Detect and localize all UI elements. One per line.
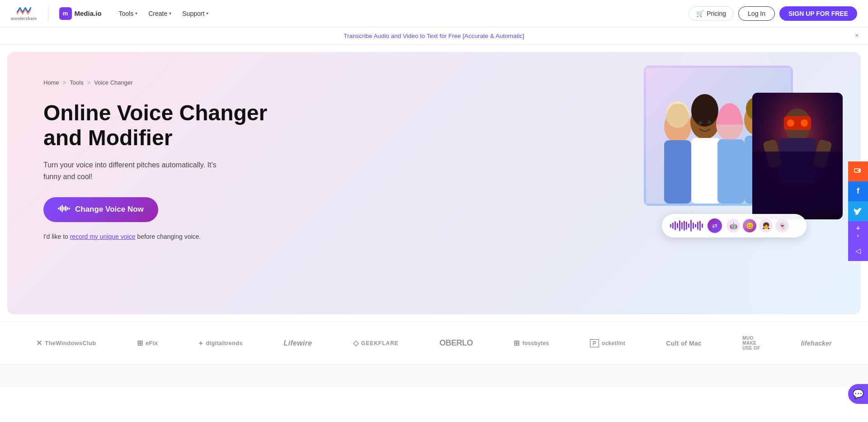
create-menu[interactable]: Create ▾ bbox=[144, 7, 176, 20]
breadcrumb-tools[interactable]: Tools bbox=[70, 79, 83, 86]
wave-bars bbox=[670, 220, 703, 232]
hero-title: Online Voice Changer and Modifier bbox=[43, 100, 269, 150]
hero-subtitle: Turn your voice into different pitches a… bbox=[43, 159, 233, 182]
wave-bar-15 bbox=[702, 223, 703, 228]
signup-button[interactable]: SIGN UP FOR FREE bbox=[779, 6, 857, 21]
brand-oberlo: OBERLO bbox=[439, 338, 473, 348]
change-voice-button[interactable]: Change Voice Now bbox=[43, 197, 158, 222]
wave-bar-2 bbox=[672, 223, 674, 229]
expand-social-button[interactable]: ◁ bbox=[848, 241, 868, 261]
brand-label-pl: P bbox=[590, 339, 599, 347]
brand-label-cm: Cult of Mac bbox=[666, 340, 702, 347]
tools-menu[interactable]: Tools ▾ bbox=[114, 7, 142, 20]
brand-icon-gf: ◇ bbox=[353, 339, 359, 347]
brand-fossbytes: ⊞ fossbytes bbox=[514, 339, 549, 347]
banner-close-button[interactable]: × bbox=[855, 32, 859, 40]
secondary-inner bbox=[752, 93, 843, 219]
wave-bar-4 bbox=[677, 223, 678, 228]
wondershare-brand: wondershare bbox=[11, 6, 37, 21]
facebook-button[interactable]: f bbox=[848, 181, 868, 201]
banner-text[interactable]: Transcribe Audio and Video to Text for F… bbox=[344, 33, 524, 39]
waveform-icon bbox=[58, 204, 71, 215]
svg-point-19 bbox=[698, 121, 702, 125]
svg-point-11 bbox=[691, 94, 718, 127]
social-share-button[interactable] bbox=[848, 161, 868, 181]
brand-label-efix: eFix bbox=[146, 340, 158, 346]
media-io-icon: m bbox=[59, 7, 72, 20]
svg-rect-0 bbox=[58, 208, 59, 209]
wave-bar-3 bbox=[675, 221, 676, 230]
brand-thewindowsclub: ✕ TheWindowsClub bbox=[36, 339, 96, 347]
pricing-button[interactable]: 🛒 Pricing bbox=[689, 6, 734, 21]
brand-icon-dt: + bbox=[199, 339, 203, 347]
wave-bar-7 bbox=[684, 221, 685, 231]
svg-point-27 bbox=[801, 119, 808, 127]
svg-point-20 bbox=[708, 120, 711, 124]
support-chevron: ▾ bbox=[206, 11, 208, 16]
breadcrumb-sep-2: > bbox=[87, 79, 91, 86]
brand-efix: ⊞ eFix bbox=[137, 339, 158, 347]
brand-label-gf: GEEKFLARE bbox=[361, 340, 399, 346]
svg-rect-31 bbox=[752, 152, 843, 210]
secondary-photo bbox=[752, 93, 843, 219]
wondershare-text: wondershare bbox=[11, 16, 37, 21]
voice-control-bar: ⇄ 🤖 😊 👧 👻 bbox=[662, 214, 807, 237]
voice-icon-girl[interactable]: 👧 bbox=[759, 219, 773, 232]
voice-icon-ghost[interactable]: 👻 bbox=[775, 219, 789, 232]
plus-icon: + bbox=[856, 224, 861, 233]
voice-icons: 🤖 😊 👧 👻 bbox=[726, 219, 789, 232]
brand-icon-windows: ✕ bbox=[36, 339, 42, 347]
navbar: wondershare m Media.io Tools ▾ Create ▾ … bbox=[0, 0, 868, 27]
media-io-logo[interactable]: m Media.io bbox=[59, 7, 102, 20]
wave-bar-12 bbox=[695, 224, 696, 228]
support-label: Support bbox=[182, 10, 204, 17]
hero-section: Home > Tools > Voice Changer Online Voic… bbox=[7, 52, 861, 314]
brand-cultofmac: Cult of Mac bbox=[666, 340, 702, 347]
brand-geekflare: ◇ GEEKFLARE bbox=[353, 339, 399, 347]
voice-icon-robot[interactable]: 🤖 bbox=[726, 219, 740, 232]
wave-bar-13 bbox=[697, 222, 698, 230]
brand-label-lh: lifehacker bbox=[801, 340, 832, 347]
hero-content: Home > Tools > Voice Changer Online Voic… bbox=[43, 70, 278, 240]
voice-icon-smile[interactable]: 😊 bbox=[743, 219, 756, 232]
brand-lifewire: Lifewire bbox=[283, 339, 312, 347]
breadcrumb-home[interactable]: Home bbox=[43, 79, 59, 86]
breadcrumb: Home > Tools > Voice Changer bbox=[43, 79, 278, 86]
breadcrumb-sep-1: > bbox=[63, 79, 66, 86]
social-plus-button[interactable]: + 0 bbox=[848, 221, 868, 241]
svg-rect-6 bbox=[69, 208, 70, 209]
support-menu[interactable]: Support ▾ bbox=[178, 7, 213, 20]
brand-label-dt: digitaltrends bbox=[206, 340, 243, 346]
record-prefix: I'd like to bbox=[43, 233, 70, 240]
brand-icon-efix: ⊞ bbox=[137, 339, 143, 347]
wave-bar-11 bbox=[693, 223, 694, 229]
brand-label-pl2: ocketlint bbox=[602, 340, 625, 346]
wondershare-icon bbox=[16, 6, 32, 16]
brand-label-oberlo: OBERLO bbox=[439, 338, 473, 348]
login-button[interactable]: Log In bbox=[738, 6, 775, 21]
gamer-svg bbox=[752, 93, 843, 210]
promo-banner: Transcribe Audio and Video to Text for F… bbox=[0, 27, 868, 45]
cta-label: Change Voice Now bbox=[75, 205, 144, 214]
swap-button[interactable]: ⇄ bbox=[708, 218, 722, 233]
twitter-button[interactable] bbox=[848, 201, 868, 221]
wave-bar-8 bbox=[686, 222, 687, 230]
brand-lifehacker: lifehacker bbox=[801, 340, 832, 347]
svg-rect-16 bbox=[691, 138, 721, 204]
nav-divider bbox=[48, 6, 48, 21]
brand-label-lifewire: Lifewire bbox=[283, 339, 312, 347]
svg-point-26 bbox=[787, 119, 794, 127]
wave-bar-5 bbox=[679, 220, 680, 231]
svg-rect-1 bbox=[60, 206, 61, 211]
footer-gray bbox=[0, 364, 868, 387]
brand-label-windows: TheWindowsClub bbox=[45, 340, 96, 346]
arrow-icon: ◁ bbox=[855, 247, 861, 255]
brand-pocketlint: P ocketlint bbox=[590, 339, 625, 347]
brands-section: ✕ TheWindowsClub ⊞ eFix + digitaltrends … bbox=[0, 322, 868, 364]
wave-bar-10 bbox=[690, 220, 692, 232]
record-link[interactable]: record my unique voice bbox=[70, 233, 136, 240]
svg-rect-5 bbox=[67, 207, 68, 210]
brand-muo: MUOMAKEUSE OF bbox=[742, 336, 760, 351]
wave-bar-1 bbox=[670, 224, 671, 228]
cart-icon: 🛒 bbox=[696, 10, 704, 17]
